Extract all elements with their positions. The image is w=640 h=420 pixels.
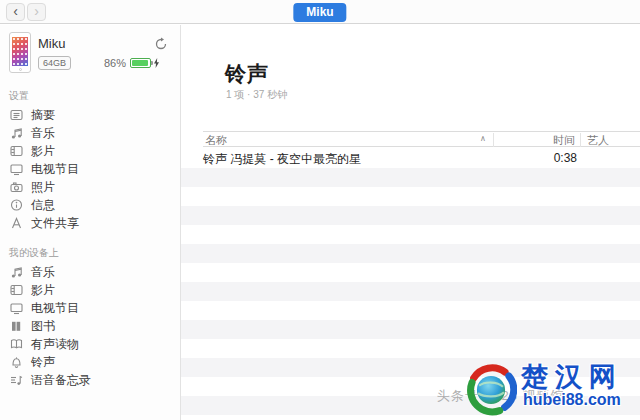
device-name: Miku (38, 36, 65, 51)
sidebar-item-label: 音乐 (31, 125, 55, 142)
sidebar-item-device-tv-shows[interactable]: 电视节目 (0, 299, 180, 317)
sync-icon[interactable] (154, 37, 168, 51)
column-header-time[interactable]: 时间 (493, 133, 581, 147)
page-title: 铃声 (225, 60, 269, 88)
sidebar-item-label: 语音备忘录 (31, 372, 91, 389)
back-button[interactable]: ‹ (6, 3, 25, 21)
sidebar-item-device-music[interactable]: 音乐 (0, 263, 180, 281)
sidebar-item-label: 电视节目 (31, 161, 79, 178)
sidebar-item-label: 电视节目 (31, 300, 79, 317)
page-subtitle: 1 项 · 37 秒钟 (226, 88, 287, 102)
sidebar: Miku 64GB 86% 设置 摘要 (0, 25, 181, 420)
sidebar-item-audiobooks[interactable]: 有声读物 (0, 335, 180, 353)
sidebar-item-label: 文件共享 (31, 215, 79, 232)
movies-icon (9, 283, 24, 297)
top-toolbar: ‹ › Miku (0, 0, 640, 24)
iphone-home-button (19, 68, 22, 71)
sidebar-item-label: 信息 (31, 197, 55, 214)
iphone-thumbnail-icon[interactable] (9, 32, 31, 73)
itunes-window: ‹ › Miku Miku 64GB 86% (0, 0, 640, 420)
charging-bolt-icon (153, 58, 160, 68)
sidebar-item-label: 影片 (31, 282, 55, 299)
sidebar-item-label: 铃声 (31, 354, 55, 371)
file-sharing-icon (9, 216, 24, 230)
sort-ascending-icon: ∧ (480, 134, 486, 143)
column-header-artist[interactable]: 艺人 (587, 133, 609, 148)
sidebar-item-tv-shows[interactable]: 电视节目 (0, 160, 180, 178)
iphone-screen (12, 37, 28, 66)
battery-icon (130, 58, 151, 68)
summary-icon (9, 108, 24, 122)
watermark-site-url: hubei88.com (523, 391, 621, 409)
sidebar-section-on-device: 我的设备上 (9, 246, 180, 260)
table-row[interactable]: 铃声 冯提莫 - 夜空中最亮的星 0:38 (181, 148, 640, 168)
sidebar-item-file-sharing[interactable]: 文件共享 (0, 214, 180, 232)
audiobooks-icon (9, 337, 24, 351)
sidebar-item-device-movies[interactable]: 影片 (0, 281, 180, 299)
sidebar-item-label: 图书 (31, 318, 55, 335)
tv-icon (9, 301, 24, 315)
photos-icon (9, 180, 24, 194)
sidebar-item-info[interactable]: 信息 (0, 196, 180, 214)
sidebar-item-label: 摘要 (31, 107, 55, 124)
books-icon (9, 319, 24, 333)
voice-memo-icon (9, 373, 24, 387)
cell-track-name: 铃声 冯提莫 - 夜空中最亮的星 (203, 151, 361, 168)
sidebar-item-photos[interactable]: 照片 (0, 178, 180, 196)
music-icon (9, 126, 24, 140)
sidebar-item-music[interactable]: 音乐 (0, 124, 180, 142)
table-header: 名称 ∧ 时间 艺人 (203, 131, 640, 147)
sidebar-item-books[interactable]: 图书 (0, 317, 180, 335)
capacity-badge: 64GB (38, 56, 71, 70)
sidebar-section-settings: 设置 (9, 89, 180, 103)
battery-percent: 86% (104, 57, 126, 69)
sidebar-item-label: 有声读物 (31, 336, 79, 353)
sidebar-item-label: 照片 (31, 179, 55, 196)
sidebar-item-movies[interactable]: 影片 (0, 142, 180, 160)
column-header-name[interactable]: 名称 (205, 133, 227, 148)
battery-status: 86% (104, 57, 160, 69)
movies-icon (9, 144, 24, 158)
forward-button[interactable]: › (27, 3, 46, 21)
sidebar-item-label: 影片 (31, 143, 55, 160)
info-icon (9, 198, 24, 212)
cell-track-time: 0:38 (493, 151, 577, 165)
device-tab-button[interactable]: Miku (293, 3, 346, 22)
music-icon (9, 265, 24, 279)
sidebar-item-tones[interactable]: 铃声 (0, 353, 180, 371)
tv-icon (9, 162, 24, 176)
watermark: 头条号 IT 28 视频馆 楚汉网 hubei88.com (435, 366, 640, 418)
watermark-globe-icon (465, 364, 517, 416)
watermark-site-name: 楚汉网 (521, 359, 623, 395)
bell-icon (9, 355, 24, 369)
sidebar-item-summary[interactable]: 摘要 (0, 106, 180, 124)
device-panel: Miku 64GB 86% (0, 31, 180, 81)
sidebar-item-voice-memos[interactable]: 语音备忘录 (0, 371, 180, 389)
sidebar-item-label: 音乐 (31, 264, 55, 281)
